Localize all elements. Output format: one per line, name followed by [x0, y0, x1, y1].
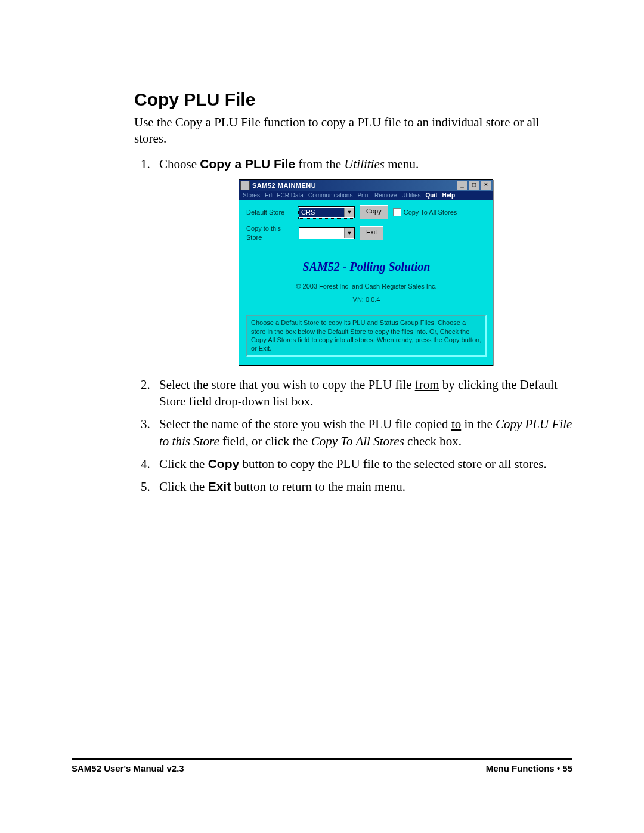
menu-stores[interactable]: Stores — [243, 191, 260, 200]
row-copy-to: Copy to this Store ▼ Exit — [246, 224, 487, 242]
copy-to-dropdown[interactable]: ▼ — [299, 227, 355, 239]
window-title: SAM52 MAINMENU — [252, 181, 457, 190]
menu-communications[interactable]: Communications — [308, 191, 352, 200]
app-icon — [240, 181, 250, 190]
step-1: Choose Copy a PLU File from the Utilitie… — [153, 156, 572, 366]
copy-all-checkbox[interactable] — [393, 208, 401, 216]
copy-button[interactable]: Copy — [360, 205, 388, 219]
default-store-value: CRS — [299, 208, 344, 217]
menu-print[interactable]: Print — [357, 191, 370, 200]
copy-all-checkbox-wrap[interactable]: Copy To All Stores — [393, 208, 457, 217]
page-footer: SAM52 User's Manual v2.3 Menu Functions … — [72, 758, 572, 773]
chevron-down-icon[interactable]: ▼ — [344, 228, 354, 238]
footer-right: Menu Functions • 55 — [486, 763, 572, 773]
default-store-dropdown[interactable]: CRS ▼ — [299, 206, 355, 218]
copy-to-value — [299, 228, 344, 238]
menu-utilities[interactable]: Utilities — [401, 191, 420, 200]
app-body: Default Store CRS ▼ Copy Copy To All Sto… — [239, 200, 493, 365]
info-box: Choose a Default Store to copy its PLU a… — [246, 315, 487, 356]
label-default-store: Default Store — [246, 208, 294, 217]
copyright-text: © 2003 Forest Inc. and Cash Register Sal… — [246, 282, 487, 291]
chevron-down-icon[interactable]: ▼ — [344, 208, 354, 217]
menu-remove[interactable]: Remove — [374, 191, 397, 200]
close-button[interactable]: × — [481, 181, 491, 190]
menu-help[interactable]: Help — [442, 191, 455, 200]
minimize-button[interactable]: _ — [457, 181, 467, 190]
version-text: VN: 0.0.4 — [246, 295, 487, 304]
app-window: SAM52 MAINMENU _ □ × Stores Edit ECR Dat… — [239, 179, 493, 366]
step-4: Click the Copy button to copy the PLU fi… — [153, 456, 572, 472]
step-3: Select the name of the store you wish th… — [153, 416, 572, 450]
app-branding-title: SAM52 - Polling Solution — [246, 259, 487, 275]
footer-left: SAM52 User's Manual v2.3 — [72, 763, 184, 773]
exit-button[interactable]: Exit — [360, 226, 383, 240]
maximize-button[interactable]: □ — [469, 181, 479, 190]
menu-quit[interactable]: Quit — [425, 191, 437, 200]
menubar: Stores Edit ECR Data Communications Prin… — [239, 191, 493, 200]
window-buttons: _ □ × — [457, 181, 491, 190]
titlebar: SAM52 MAINMENU _ □ × — [239, 180, 493, 191]
label-copy-to: Copy to this Store — [246, 224, 294, 242]
intro-paragraph: Use the Copy a PLU File function to copy… — [134, 114, 572, 147]
section-heading: Copy PLU File — [134, 89, 572, 110]
steps-list: Choose Copy a PLU File from the Utilitie… — [134, 156, 572, 496]
label-copy-all: Copy To All Stores — [404, 208, 457, 217]
manual-page: Copy PLU File Use the Copy a PLU File fu… — [0, 0, 644, 833]
step-5: Click the Exit button to return to the m… — [153, 478, 572, 495]
menu-edit[interactable]: Edit ECR Data — [265, 191, 304, 200]
step-2: Select the store that you wish to copy t… — [153, 376, 572, 410]
row-default-store: Default Store CRS ▼ Copy Copy To All Sto… — [246, 205, 487, 219]
